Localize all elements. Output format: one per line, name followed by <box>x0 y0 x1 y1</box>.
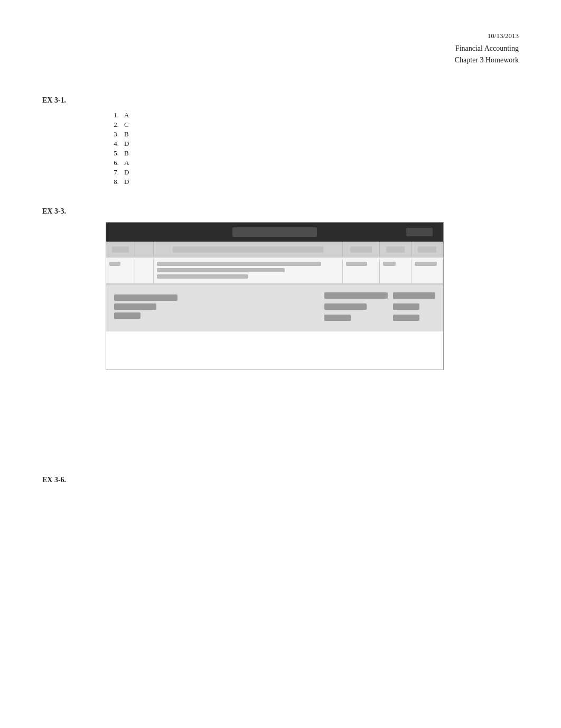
subheader-block <box>386 246 405 253</box>
item-answer: B <box>124 149 129 158</box>
subheader-cell-4 <box>343 242 380 257</box>
item-answer: D <box>124 140 129 148</box>
section-ex3-6: EX 3-6. <box>42 476 519 484</box>
item-answer: B <box>124 130 129 139</box>
section-ex3-3: EX 3-3. <box>42 207 519 370</box>
item-number: 8. <box>106 178 119 186</box>
subheader-cell-5 <box>380 242 412 257</box>
blurred-table <box>106 222 444 370</box>
item-answer: D <box>124 178 129 186</box>
subheader-cell-6 <box>412 242 443 257</box>
data-cell <box>343 260 380 283</box>
data-cell <box>106 260 135 283</box>
item-number: 1. <box>106 111 119 119</box>
footer-left <box>114 294 324 321</box>
item-answer: A <box>124 111 129 119</box>
page-header: 10/13/2013 Financial Accounting Chapter … <box>42 32 519 64</box>
table-row-1 <box>106 257 443 284</box>
table-container-ex3-3 <box>106 222 444 370</box>
text-block <box>157 268 285 272</box>
table-subheader <box>106 242 443 257</box>
header-date: 10/13/2013 <box>42 32 519 40</box>
text-block <box>415 262 437 266</box>
data-cell <box>154 260 343 283</box>
item-number: 6. <box>106 159 119 167</box>
text-block <box>346 262 367 266</box>
data-cell <box>380 260 412 283</box>
subheader-block <box>418 246 436 253</box>
item-answer: C <box>124 121 129 129</box>
footer-block <box>324 292 388 299</box>
text-block <box>157 274 248 279</box>
list-item: 8. D <box>106 178 519 186</box>
subheader-block <box>173 246 324 253</box>
text-block <box>383 262 396 266</box>
data-cell <box>412 260 443 283</box>
footer-right <box>324 292 435 324</box>
text-block <box>157 262 321 266</box>
section-label-ex3-6: EX 3-6. <box>42 476 519 484</box>
list-item: 4. D <box>106 140 519 148</box>
header-right-block <box>406 228 433 236</box>
footer-block <box>324 315 351 321</box>
subheader-cell-3 <box>154 242 343 257</box>
list-item: 5. B <box>106 149 519 158</box>
list-item: 2. C <box>106 121 519 129</box>
subheader-block <box>350 246 372 253</box>
header-center-block <box>232 227 317 237</box>
footer-block <box>114 312 141 319</box>
footer-block <box>324 303 367 310</box>
subheader-cell-2 <box>135 242 154 257</box>
item-answer: D <box>124 168 129 177</box>
footer-col-1 <box>324 292 388 324</box>
list-item: 3. B <box>106 130 519 139</box>
item-number: 4. <box>106 140 119 148</box>
text-block <box>109 262 120 266</box>
item-number: 5. <box>106 149 119 158</box>
data-cell <box>135 260 154 283</box>
footer-block <box>393 315 419 321</box>
subheader-block <box>112 246 129 253</box>
table-header <box>106 223 443 242</box>
item-number: 7. <box>106 168 119 177</box>
footer-block <box>114 294 177 301</box>
footer-block <box>114 303 156 310</box>
section-label-ex3-3: EX 3-3. <box>42 207 519 216</box>
header-title: Financial Accounting <box>42 44 519 53</box>
list-item: 1. A <box>106 111 519 119</box>
answer-list-ex3-1: 1. A 2. C 3. B 4. D 5. B 6. A 7. D 8. D <box>42 111 519 186</box>
list-item: 7. D <box>106 168 519 177</box>
list-item: 6. A <box>106 159 519 167</box>
table-footer <box>106 284 443 331</box>
section-label-ex3-1: EX 3-1. <box>42 96 519 105</box>
section-ex3-1: EX 3-1. 1. A 2. C 3. B 4. D 5. B 6. A 7.… <box>42 96 519 186</box>
item-number: 3. <box>106 130 119 139</box>
footer-block <box>393 292 435 299</box>
item-answer: A <box>124 159 129 167</box>
footer-col-2 <box>393 292 435 324</box>
footer-block <box>393 303 419 310</box>
header-subtitle: Chapter 3 Homework <box>42 56 519 64</box>
item-number: 2. <box>106 121 119 129</box>
subheader-cell-1 <box>106 242 135 257</box>
